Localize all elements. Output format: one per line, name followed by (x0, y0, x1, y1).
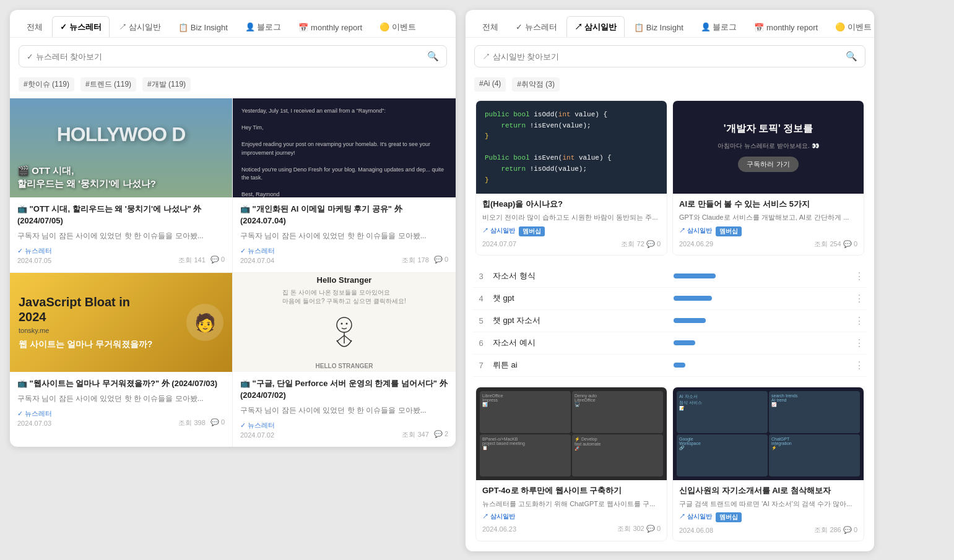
tag-vuln[interactable]: #취약점 (3) (512, 77, 560, 92)
tab-biz-left[interactable]: 📋 Biz Insight (170, 17, 236, 37)
article-card-a2[interactable]: Yesterday, July 1st, I received an email… (233, 98, 456, 272)
tag-trend[interactable]: #트렌드 (119) (80, 77, 136, 92)
stats-r3: 조회 302 💬 0 (617, 524, 661, 533)
tab-blog-left[interactable]: 👤 블로그 (237, 16, 290, 38)
stranger-footer: HELLO STRANGER (316, 363, 373, 369)
right-article-card-r4[interactable]: AI 자소서첨삭 서비스📝 search trendsAI trend📈 Goo… (672, 387, 864, 542)
badge-r1: ↗ 삼시일반 (482, 226, 515, 236)
article-desc-a3: 구독자 님이 잠든 사이에 있었던 핫 한 이슈들을 모아봤... (17, 394, 225, 404)
stats-a3: 조회 398 💬 0 (178, 418, 225, 428)
right-article-info-r1: 힙(Heap)을 아시나요? 비오기 전이라 많이 습하고도 시원한 바람이 동… (476, 194, 667, 255)
date-a2: 2024.07.04 (240, 257, 274, 264)
article-meta-a2: ✓ 뉴스레터 (240, 246, 448, 256)
resume-cell-2: search trendsAI trend📈 (769, 391, 860, 433)
resume-cell-1: AI 자소서첨삭 서비스📝 (677, 391, 768, 433)
ranking-bar-wrap-4 (674, 363, 848, 368)
thumb-js: JavaScript Bloat in2024 tonsky.me 웹 사이트는… (10, 273, 232, 372)
right-search-input[interactable] (482, 52, 841, 61)
tab-monthly-left[interactable]: 📅 monthly report (290, 17, 370, 37)
date-r1: 2024.07.07 (482, 240, 516, 248)
right-article-desc-r2: GPT와 Claude로 서비스를 개발해보고, AI로 간단하게 ... (679, 213, 857, 222)
svg-point-4 (341, 323, 343, 325)
ranking-item-1[interactable]: 4 챗 gpt ⋮ (473, 288, 867, 310)
right-top-grid: public bool isOdd(int value) { return !i… (466, 98, 874, 265)
views-a4: 조회 347 (402, 430, 428, 439)
gpt-cell-1: LibreOfficeImpress📊 (480, 391, 571, 433)
date-r3: 2024.06.23 (482, 525, 516, 533)
ranking-bar-wrap-1 (674, 296, 848, 301)
hollywood-bg-text: HOLLYWOO D (10, 123, 232, 146)
tag-ai[interactable]: #Ai (4) (474, 77, 506, 92)
ranking-item-2[interactable]: 5 챗 gpt 자소서 ⋮ (473, 310, 867, 332)
tab-insight30-left[interactable]: ↗ 삼시일반 (111, 16, 170, 38)
article-stats-a2: 2024.07.04 조회 178 💬 0 (240, 256, 448, 265)
gpt-cell-3: BPanel-o/+MacKBproject based meeting📋 (480, 434, 571, 476)
right-article-meta-r4: 2024.06.08 조회 286 💬 0 (679, 525, 857, 535)
search-icon-right[interactable]: 🔍 (846, 51, 857, 62)
right-article-card-r1[interactable]: public bool isOdd(int value) { return !i… (475, 100, 667, 256)
ranking-more-4[interactable]: ⋮ (854, 360, 864, 371)
stranger-title: Hello Stranger (317, 275, 372, 285)
right-search-bar: 🔍 (474, 45, 865, 67)
tab-blog-right[interactable]: 👤 블로그 (693, 16, 745, 38)
ranking-num-1: 4 (475, 294, 487, 303)
membership-badge-r1: 멤버십 (519, 226, 545, 236)
right-article-desc-r3: 뉴스레터를 고도화하기 위해 ChatGPT로 웹사이트를 구... (482, 499, 661, 509)
article-card-a1[interactable]: HOLLYWOO D 🎬 OTT 시대,할리우드는 왜 '뭉치기'에 나섰나? … (10, 98, 233, 272)
cta-button[interactable]: 구독하러 가기 (738, 157, 798, 172)
ranking-item-3[interactable]: 6 자소서 예시 ⋮ (473, 332, 867, 355)
tab-biz-right[interactable]: 📋 Biz Insight (626, 17, 692, 37)
gpt-cell-4: ⚡ Developfast automate🚀 (572, 434, 663, 476)
badge-a2: ✓ 뉴스레터 (240, 246, 275, 256)
ranking-item-4[interactable]: 7 뤼튼 ai ⋮ (473, 355, 867, 377)
tab-all-left[interactable]: 전체 (19, 16, 51, 38)
right-article-card-r3[interactable]: LibreOfficeImpress📊 Denny autoLibreOffic… (475, 387, 667, 542)
stats-r1: 조회 72 💬 0 (621, 239, 661, 249)
search-icon-left[interactable]: 🔍 (427, 51, 439, 62)
ranking-more-1[interactable]: ⋮ (854, 293, 864, 304)
tab-monthly-right[interactable]: 📅 monthly report (746, 17, 826, 37)
tab-insight30-right[interactable]: ↗ 삼시일반 (566, 16, 625, 38)
date-r4: 2024.06.08 (679, 527, 713, 534)
tab-event-right[interactable]: 🟡 이벤트 (827, 16, 874, 38)
membership-badge-r2: 멤버십 (716, 226, 742, 236)
ranking-num-2: 5 (475, 316, 487, 325)
tab-newsletter-left[interactable]: ✓ 뉴스레터 (52, 16, 110, 38)
article-card-a4[interactable]: Hello Stranger 집 돈 사이에 나온 정보들을 모아있어요마음에 … (233, 272, 456, 447)
badge-row-r3: ↗ 삼시일반 (482, 512, 661, 521)
badge-row-r2: ↗ 삼시일반 멤버십 (679, 226, 857, 236)
ranking-more-3[interactable]: ⋮ (854, 337, 864, 349)
date-a4: 2024.07.02 (240, 431, 274, 439)
right-article-title-r3: GPT-4o로 하루만에 웹사이트 구축하기 (482, 485, 661, 496)
article-info-a4: 📺 "구글, 단일 Perforce 서버 운영의 한계를 넘어서다" 外 (2… (233, 372, 456, 447)
ranking-bar-1 (674, 296, 712, 301)
right-article-title-r1: 힙(Heap)을 아시나요? (482, 199, 661, 210)
svg-point-5 (346, 323, 348, 325)
ranking-more-2[interactable]: ⋮ (854, 315, 864, 327)
article-card-a3[interactable]: JavaScript Bloat in2024 tonsky.me 웹 사이트는… (10, 272, 233, 447)
right-article-meta-r3: 2024.06.23 조회 302 💬 0 (482, 524, 661, 533)
tag-hot[interactable]: #핫이슈 (119) (19, 77, 74, 92)
thumb-gpt-site: LibreOfficeImpress📊 Denny autoLibreOffic… (476, 387, 667, 480)
ranking-bar-wrap-2 (674, 318, 848, 323)
thumb-stranger: Hello Stranger 집 돈 사이에 나온 정보들을 모아있어요마음에 … (233, 273, 456, 372)
ranking-item-0[interactable]: 3 자소서 형식 ⋮ (473, 265, 867, 288)
ranking-more-0[interactable]: ⋮ (854, 270, 864, 282)
tab-all-right[interactable]: 전체 (474, 16, 506, 38)
tag-dev[interactable]: #개발 (119) (142, 77, 191, 92)
date-a1: 2024.07.05 (17, 257, 51, 264)
right-article-card-r2[interactable]: '개발자 토픽' 정보를 아침마다 뉴스레터로 받아보세요. 👀 구독하러 가기… (672, 100, 864, 256)
js-caption: 웹 사이트는 얼마나 무거워졌을까? (19, 339, 180, 350)
right-article-title-r4: 신입사원의 자기소개서를 AI로 첨삭해보자 (679, 485, 857, 496)
right-bottom-grid: LibreOfficeImpress📊 Denny autoLibreOffic… (466, 384, 874, 552)
article-meta-a1: ✓ 뉴스레터 (17, 246, 225, 256)
ranking-num-3: 6 (475, 338, 487, 348)
badge-r3: ↗ 삼시일반 (482, 512, 515, 521)
article-desc-a2: 구독자 님이 잠든 사이에 있었던 핫 한 이슈들을 모아봤... (240, 231, 448, 241)
stats-r2: 조회 254 💬 0 (814, 239, 857, 249)
tab-newsletter-right[interactable]: ✓ 뉴스레터 (508, 16, 565, 38)
left-search-input[interactable] (27, 52, 422, 61)
tab-event-left[interactable]: 🟡 이벤트 (371, 16, 424, 38)
right-article-desc-r4: 구글 검색 트랜드에 따르면 'AI 자소서'의 검색 수가 많아... (679, 499, 857, 509)
badge-a4: ✓ 뉴스레터 (240, 421, 275, 430)
